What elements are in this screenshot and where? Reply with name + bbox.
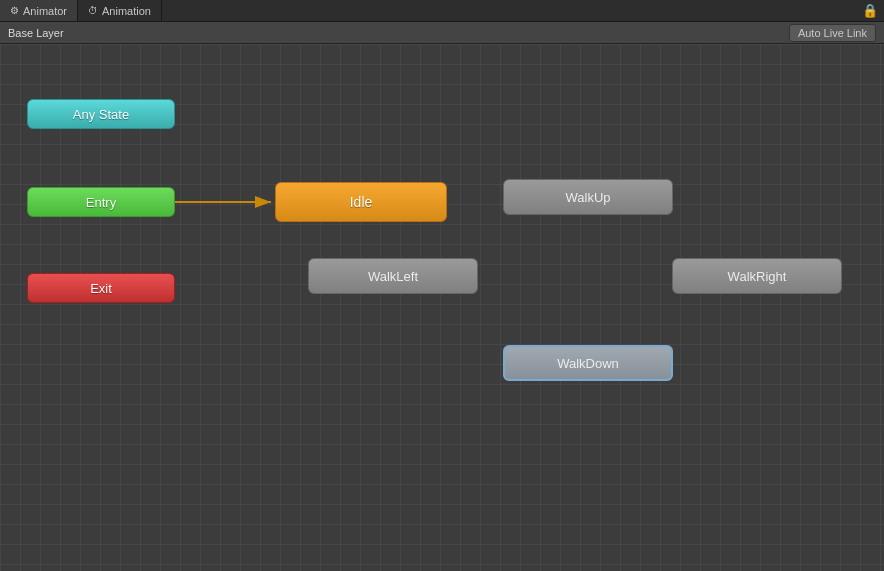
node-exit-label: Exit	[90, 281, 112, 296]
tab-animator-label: Animator	[23, 5, 67, 17]
node-walk-down[interactable]: WalkDown	[503, 345, 673, 381]
lock-icon[interactable]: 🔒	[862, 3, 878, 18]
node-any-state[interactable]: Any State	[27, 99, 175, 129]
node-walk-left[interactable]: WalkLeft	[308, 258, 478, 294]
window-controls: 🔒	[862, 3, 884, 18]
node-walk-left-label: WalkLeft	[368, 269, 418, 284]
node-walk-up-label: WalkUp	[565, 190, 610, 205]
node-idle-label: Idle	[350, 194, 373, 210]
layer-bar: Base Layer Auto Live Link	[0, 22, 884, 44]
tab-animation[interactable]: ⏱ Animation	[78, 0, 162, 21]
node-walk-right[interactable]: WalkRight	[672, 258, 842, 294]
auto-live-link-button[interactable]: Auto Live Link	[789, 24, 876, 42]
tab-animation-label: Animation	[102, 5, 151, 17]
node-walk-down-label: WalkDown	[557, 356, 619, 371]
node-idle[interactable]: Idle	[275, 182, 447, 222]
animator-canvas: Any State Entry Exit Idle WalkUp WalkLef…	[0, 44, 884, 571]
animation-icon: ⏱	[88, 5, 98, 16]
base-layer-label: Base Layer	[8, 27, 64, 39]
node-walk-right-label: WalkRight	[728, 269, 787, 284]
node-entry[interactable]: Entry	[27, 187, 175, 217]
node-exit[interactable]: Exit	[27, 273, 175, 303]
tab-animator[interactable]: ⚙ Animator	[0, 0, 78, 21]
node-any-state-label: Any State	[73, 107, 129, 122]
animator-icon: ⚙	[10, 5, 19, 16]
node-entry-label: Entry	[86, 195, 116, 210]
title-bar: ⚙ Animator ⏱ Animation 🔒	[0, 0, 884, 22]
node-walk-up[interactable]: WalkUp	[503, 179, 673, 215]
